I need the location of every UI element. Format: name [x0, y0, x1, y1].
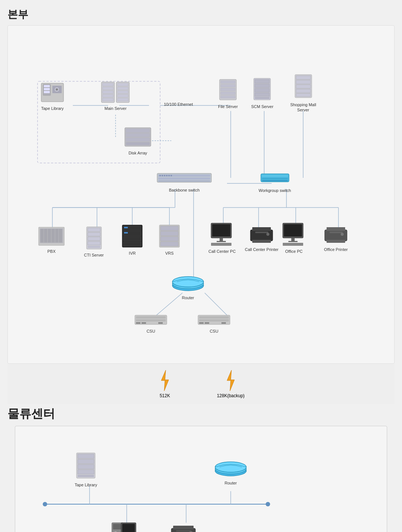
svg-rect-52: [221, 92, 235, 95]
svg-rect-107: [161, 226, 178, 231]
call-center-pc-node: Call Center PC: [208, 222, 236, 254]
svg-rect-129: [330, 232, 343, 233]
svg-rect-65: [296, 94, 311, 97]
svg-rect-95: [88, 232, 100, 236]
svg-rect-115: [211, 243, 231, 246]
scm-server-node: SCM Server: [251, 78, 273, 109]
disk-array-label: Disk Array: [129, 150, 147, 156]
svg-rect-58: [255, 93, 269, 97]
office-pc-label: Office PC: [285, 249, 303, 254]
svg-rect-110: [161, 242, 178, 246]
pbx-label: PBX: [47, 249, 55, 254]
svg-rect-103: [123, 242, 141, 246]
svg-rect-173: [173, 526, 194, 529]
svg-point-150: [266, 502, 270, 506]
svg-rect-68: [126, 133, 150, 137]
csu2-node: CSU: [197, 313, 231, 334]
svg-rect-80: [171, 175, 172, 176]
svg-rect-104: [124, 227, 128, 228]
svg-rect-53: [221, 95, 235, 98]
csu2-label: CSU: [210, 329, 218, 334]
network-diagram: Tape Library M: [15, 33, 387, 356]
svg-rect-45: [117, 91, 128, 94]
speed-512k-label: 512K: [160, 393, 170, 398]
svg-rect-76: [162, 175, 163, 176]
shopping-mall-server-node: Shopping Mall Server: [290, 74, 316, 113]
svg-rect-37: [103, 83, 113, 86]
svg-rect-74: [158, 180, 210, 182]
router-label: Router: [182, 295, 194, 300]
logistics-box: Tape Library Router: [15, 426, 387, 532]
svg-rect-117: [252, 227, 271, 231]
file-server-label: File Server: [218, 104, 238, 109]
router2-node: Router: [214, 460, 247, 486]
svg-rect-160: [78, 475, 94, 477]
call-center-printer-node: Call Center Printer: [245, 224, 278, 252]
svg-marker-146: [161, 370, 169, 391]
svg-rect-62: [296, 80, 311, 84]
svg-point-120: [266, 233, 269, 236]
svg-rect-158: [78, 464, 94, 469]
svg-rect-112: [212, 224, 230, 236]
svg-rect-49: [221, 81, 235, 84]
svg-rect-79: [168, 175, 170, 176]
svg-rect-78: [166, 175, 168, 176]
svg-point-149: [43, 502, 47, 506]
backbone-switch-label: Backbone switch: [169, 187, 200, 193]
svg-rect-50: [221, 84, 235, 87]
svg-rect-139: [158, 322, 163, 324]
svg-rect-138: [142, 322, 146, 324]
svg-rect-102: [123, 236, 141, 241]
svg-rect-145: [221, 322, 226, 324]
svg-rect-91: [55, 229, 58, 242]
svg-rect-46: [117, 94, 128, 97]
svg-rect-88: [44, 229, 47, 242]
svg-point-35: [56, 88, 58, 91]
svg-rect-97: [88, 241, 100, 245]
svg-rect-70: [126, 142, 150, 145]
svg-rect-118: [252, 240, 271, 243]
svg-rect-69: [126, 138, 150, 141]
tape-library2-label: Tape Library: [75, 482, 97, 487]
svg-rect-94: [88, 228, 100, 232]
svg-rect-51: [221, 88, 235, 91]
svg-rect-175: [176, 530, 191, 532]
svg-rect-126: [325, 230, 347, 241]
call-center-printer-label: Call Center Printer: [245, 247, 278, 252]
svg-rect-84: [262, 180, 288, 181]
svg-rect-64: [296, 89, 311, 93]
page-title: 본부: [7, 7, 395, 22]
call-center-pc-label: Call Center PC: [208, 249, 236, 254]
svg-rect-156: [78, 454, 94, 458]
office-printer-node: Office Printer: [323, 224, 349, 252]
scm-server-label: SCM Server: [251, 104, 273, 109]
svg-rect-75: [159, 175, 161, 176]
ivr-node: IVR: [121, 224, 143, 256]
ivr-label: IVR: [129, 251, 136, 256]
svg-rect-56: [255, 84, 269, 88]
svg-rect-30: [44, 85, 50, 87]
disk-array-node: Disk Array: [123, 126, 153, 156]
svg-rect-98: [88, 246, 100, 248]
cti-server-label: CTI Server: [84, 252, 104, 258]
svg-rect-67: [126, 129, 150, 133]
svg-rect-136: [136, 319, 166, 322]
svg-rect-108: [161, 231, 178, 236]
svg-rect-32: [44, 91, 50, 93]
svg-rect-123: [291, 238, 295, 241]
svg-rect-137: [136, 322, 140, 324]
svg-rect-44: [117, 87, 128, 90]
svg-rect-113: [220, 238, 223, 241]
workgroup-switch-label: Workgroup switch: [259, 188, 291, 193]
svg-rect-96: [88, 237, 100, 241]
tape-library2-node: Tape Library: [75, 452, 97, 487]
svg-rect-87: [40, 229, 43, 242]
backbone-switch-node: Backbone switch: [156, 170, 212, 193]
svg-rect-31: [44, 88, 50, 90]
vrs-label: VRS: [165, 251, 174, 256]
ethernet-label-node: 10/100 Ethernet: [164, 102, 193, 107]
svg-rect-39: [103, 91, 113, 94]
svg-rect-38: [103, 87, 113, 90]
printer2-node: Printer: [169, 523, 197, 532]
svg-rect-122: [284, 224, 302, 236]
